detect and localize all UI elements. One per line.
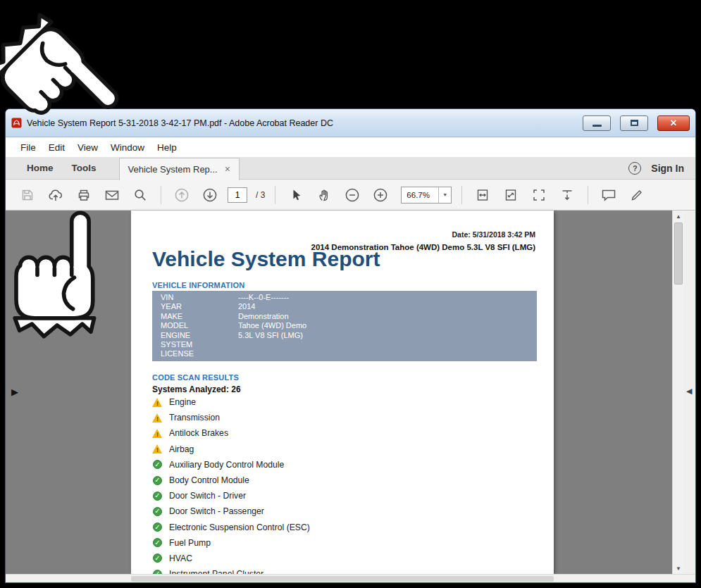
comment-button[interactable] xyxy=(598,184,619,206)
minimize-icon xyxy=(593,125,602,127)
print-icon xyxy=(77,188,91,202)
page-count-label: / 3 xyxy=(256,190,265,200)
tab-document[interactable]: Vehicle System Rep... × xyxy=(119,158,240,180)
system-status-icon: ✓ xyxy=(152,506,163,517)
tab-tools[interactable]: Tools xyxy=(72,163,97,173)
email-icon xyxy=(104,189,120,201)
horizontal-scrollbar[interactable] xyxy=(6,574,695,582)
zoom-level-value: 66.7% xyxy=(402,191,438,199)
system-name: Antilock Brakes xyxy=(169,428,228,438)
scroll-down-icon[interactable]: ▼ xyxy=(673,563,684,573)
system-name: Auxiliary Body Control Module xyxy=(169,460,284,470)
system-row: ✓ Instrument Panel Cluster xyxy=(152,566,540,574)
system-status-icon: ✓ xyxy=(152,459,163,470)
minimize-button[interactable] xyxy=(583,115,611,131)
tab-close-icon[interactable]: × xyxy=(225,164,230,174)
search-icon xyxy=(133,188,147,202)
print-button[interactable] xyxy=(73,184,94,206)
maximize-button[interactable] xyxy=(620,115,648,131)
pdf-page: Date: 5/31/2018 3:42 PM 2014 Demonstrati… xyxy=(131,211,554,574)
vehicle-info-value: Demonstration xyxy=(238,312,537,321)
system-row: ✓ Auxiliary Body Control Module xyxy=(152,457,540,473)
system-row: ✓ Door Switch - Driver xyxy=(152,488,540,503)
vehicle-info-value: ----K--0-E------- xyxy=(238,293,537,302)
system-name: Fuel Pump xyxy=(169,538,211,548)
scrollbar-thumb[interactable] xyxy=(674,223,683,284)
pencil-icon xyxy=(630,188,644,202)
save-button[interactable] xyxy=(17,184,38,206)
vehicle-info-label: ENGINE xyxy=(161,331,238,340)
titlebar: Vehicle System Report 5-31-2018 3-42-17 … xyxy=(6,109,695,137)
system-status-icon: ✓ xyxy=(152,537,163,548)
nav-pane-toggle[interactable]: ▶ xyxy=(11,387,18,397)
tab-document-label: Vehicle System Rep... xyxy=(128,164,218,175)
code-scan-heading: CODE SCAN RESULTS xyxy=(152,373,239,382)
hscroll-thumb[interactable] xyxy=(131,576,554,582)
zoom-out-button[interactable] xyxy=(342,184,363,206)
sign-in-button[interactable]: Sign In xyxy=(651,163,684,174)
system-status-icon: ✓ xyxy=(152,475,163,486)
close-icon: × xyxy=(670,118,676,129)
find-button[interactable] xyxy=(130,184,151,206)
scroll-up-icon[interactable]: ▲ xyxy=(673,211,684,221)
vehicle-info-row: MODEL Tahoe (4WD) Demo xyxy=(152,321,537,330)
tab-bar: Home Tools Vehicle System Rep... × ? Sig… xyxy=(6,157,695,180)
vehicle-info-row: LICENSE xyxy=(152,349,537,358)
acrobat-window: Vehicle System Report 5-31-2018 3-42-17 … xyxy=(6,109,695,582)
menu-item[interactable]: View xyxy=(71,142,104,153)
system-row: ✓ Body Control Module xyxy=(152,473,540,488)
vehicle-info-value xyxy=(238,340,537,349)
pdf-file-icon xyxy=(11,118,22,128)
system-status-icon: ✓ xyxy=(152,491,163,501)
vehicle-info-label: VIN xyxy=(161,293,238,302)
system-name: Engine xyxy=(169,397,196,407)
page-number-input[interactable] xyxy=(228,187,247,203)
cloud-upload-icon xyxy=(48,188,63,202)
window-title: Vehicle System Report 5-31-2018 3-42-17 … xyxy=(27,118,333,128)
vehicle-info-label: MODEL xyxy=(161,321,238,330)
system-row: ! Transmission xyxy=(152,410,540,425)
toolbar: / 3 66.7% ▼ xyxy=(6,180,695,211)
share-upload-button[interactable] xyxy=(45,184,66,206)
system-status-icon: ✓ xyxy=(152,553,163,563)
vehicle-info-label: LICENSE xyxy=(161,349,238,358)
system-row: ! Engine xyxy=(152,394,540,410)
zoom-out-icon xyxy=(345,187,360,203)
systems-list: ! Engine ! Transmission ! Antilock Brake… xyxy=(152,394,540,574)
fit-page-button[interactable] xyxy=(500,184,521,206)
system-status-icon: ! xyxy=(152,397,163,408)
tools-pane-toggle[interactable]: ◀ xyxy=(686,387,692,396)
toolbar-separator xyxy=(275,186,275,204)
tab-bar-right: ? Sign In xyxy=(628,162,695,175)
help-icon[interactable]: ? xyxy=(628,162,641,175)
previous-page-button[interactable] xyxy=(171,184,192,206)
menu-item[interactable]: File xyxy=(14,142,42,153)
fullscreen-button[interactable] xyxy=(528,184,550,206)
vehicle-info-heading: VEHICLE INFORMATION xyxy=(152,281,244,289)
read-mode-button[interactable] xyxy=(557,184,578,206)
menu-item[interactable]: Help xyxy=(151,142,183,153)
hand-tool-button[interactable] xyxy=(314,184,335,206)
menu-bar: FileEditViewWindowHelp xyxy=(6,137,695,157)
menu-item[interactable]: Edit xyxy=(42,142,71,153)
select-tool-button[interactable] xyxy=(285,184,306,206)
system-name: HVAC xyxy=(169,553,192,563)
tab-home[interactable]: Home xyxy=(27,163,54,173)
page-down-icon xyxy=(202,187,218,203)
zoom-in-button[interactable] xyxy=(370,184,391,206)
fit-width-button[interactable] xyxy=(472,184,493,206)
menu-item[interactable]: Window xyxy=(104,142,151,153)
close-window-button[interactable]: × xyxy=(657,115,690,131)
zoom-level-select[interactable]: 66.7% ▼ xyxy=(401,187,452,204)
vehicle-info-value: 5.3L V8 SFI (LMG) xyxy=(238,331,537,340)
window-controls: × xyxy=(583,115,690,131)
chevron-down-icon[interactable]: ▼ xyxy=(438,187,451,203)
restore-icon xyxy=(631,120,638,126)
vertical-scrollbar[interactable]: ▲ ▼ xyxy=(672,211,684,574)
system-row: ✓ HVAC xyxy=(152,551,540,566)
tools-pane-strip: ◀ xyxy=(684,211,695,574)
vehicle-info-value: Tahoe (4WD) Demo xyxy=(238,321,537,330)
next-page-button[interactable] xyxy=(199,184,221,206)
highlight-button[interactable] xyxy=(626,184,647,206)
email-button[interactable] xyxy=(101,184,123,206)
